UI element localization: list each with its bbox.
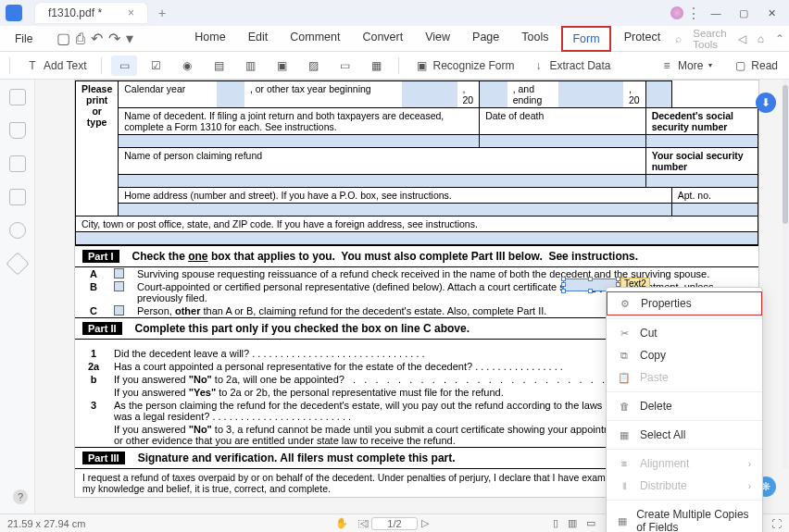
view-facing-icon[interactable]: ▭ [586,517,595,529]
chevron-right-icon: › [748,459,751,469]
scrollbar-thumb[interactable] [783,85,788,224]
radio-tool[interactable]: ◉ [174,56,200,76]
checkbox-b[interactable] [114,281,124,291]
cm-copy[interactable]: ⧉Copy [607,344,762,366]
prev-page-icon[interactable]: ◁ [360,517,368,529]
fit-page-icon[interactable]: ⛶ [771,518,782,529]
close-button[interactable]: ✕ [759,4,783,22]
button-icon: ▣ [274,58,289,73]
comments-icon[interactable] [9,189,26,205]
combo-tool[interactable]: ▤ [206,56,232,76]
cm-properties[interactable]: ⚙Properties [607,291,762,315]
signature-icon: ▭ [337,58,352,73]
more-button[interactable]: ≡More▾ [654,56,718,76]
bookmarks-icon[interactable] [9,122,26,139]
cm-cut[interactable]: ✂Cut [607,322,762,344]
add-text-button[interactable]: TAdd Text [19,56,92,76]
recognize-form-button[interactable]: ▣Recognize Form [408,56,520,76]
download-button[interactable]: ⬇ [756,93,776,113]
menu-protect[interactable]: Protect [615,26,670,52]
signature-tool[interactable]: ▭ [332,56,357,76]
text-field-tool[interactable]: ▭ [111,56,137,76]
app-menu-icon[interactable]: ⋮ [687,6,700,19]
undo-icon[interactable]: ↶ [91,31,103,47]
cm-distribute: ⫴Distribute› [607,475,762,497]
tab-title: f1310.pdf * [48,6,102,19]
checkbox-a[interactable] [114,268,124,278]
search-panel-icon[interactable] [9,222,26,239]
next-page-icon[interactable]: ▷ [421,517,429,529]
search-tools-input[interactable]: Search Tools [693,28,726,50]
search-icon[interactable]: ⌕ [675,32,682,45]
hand-tool-icon[interactable]: ✋ [335,517,348,529]
document-tab[interactable]: f1310.pdf * × [35,3,147,23]
new-tab-button[interactable]: + [158,6,166,20]
menu-home[interactable]: Home [185,26,234,52]
thumbnails-icon[interactable] [9,89,26,105]
chevron-right-icon: › [748,481,751,491]
collapse-icon[interactable]: ⌃ [775,32,784,45]
menubar: File ▢ ⎙ ↶ ↷ ▾ Home Edit Comment Convert… [0,26,789,52]
grid-icon: ▦ [618,514,627,527]
image-tool[interactable]: ▨ [300,56,326,76]
maximize-button[interactable]: ▢ [732,4,756,22]
menu-view[interactable]: View [416,26,459,52]
layers-icon[interactable] [6,252,29,275]
date-icon: ▦ [369,58,383,73]
window-controls: ⋮ — ▢ ✕ [670,4,783,22]
home-icon[interactable]: ⌂ [758,32,764,45]
align-icon: ≡ [618,457,631,470]
distribute-icon: ⫴ [618,479,631,492]
redo-icon[interactable]: ↷ [108,31,120,47]
select-all-icon: ▦ [618,428,631,441]
side-label: Please print or type [76,81,119,217]
view-continuous-icon[interactable]: ▥ [568,517,577,529]
button-tool[interactable]: ▣ [269,56,294,76]
list-tool[interactable]: ▥ [237,56,263,76]
menu-form[interactable]: Form [561,26,610,52]
menu-comment[interactable]: Comment [281,26,349,52]
qat-dropdown-icon[interactable]: ▾ [126,31,133,47]
radio-icon: ◉ [180,58,194,73]
file-menu[interactable]: File [9,29,38,49]
checkbox-c[interactable] [114,305,124,315]
date-tool[interactable]: ▦ [363,56,389,76]
scissors-icon: ✂ [618,327,631,340]
left-panel [0,80,35,513]
page-input[interactable]: 1/2 [371,517,418,530]
print-icon[interactable]: ⎙ [76,31,85,47]
menu-tools[interactable]: Tools [512,26,557,52]
cm-create-multiple[interactable]: ▦Create Multiple Copies of Fields [607,503,762,532]
minimize-button[interactable]: — [704,4,728,22]
app-icon [6,5,22,21]
form-toolbar: TAdd Text ▭ ☑ ◉ ▤ ▥ ▣ ▨ ▭ ▦ ▣Recognize F… [0,52,789,80]
extract-data-button[interactable]: ↓Extract Data [526,56,617,76]
trash-icon: 🗑 [618,400,631,413]
form-header-table: Please print or type Calendar year , or … [75,80,758,245]
menu-convert[interactable]: Convert [353,26,412,52]
more-icon: ≡ [659,58,674,73]
checkbox-icon: ☑ [148,58,163,73]
cm-alignment: ≡Alignment› [607,452,762,475]
page-navigation: ◁ 1/2 ▷ [360,517,429,530]
coords-label: 21.59 x 27.94 cm [7,518,85,529]
cm-select-all[interactable]: ▦Select All [607,424,762,446]
checkbox-tool[interactable]: ☑ [143,56,169,76]
scrollbar[interactable] [783,80,788,468]
close-icon[interactable]: × [128,6,134,19]
titlebar: f1310.pdf * × + ⋮ — ▢ ✕ [0,0,789,26]
help-icon[interactable]: ? [13,489,28,504]
read-button[interactable]: ▢Read [727,56,783,76]
main-menu: Home Edit Comment Convert View Page Tool… [185,26,670,52]
menu-page[interactable]: Page [463,26,508,52]
send-icon[interactable]: ◁ [738,32,746,45]
user-avatar[interactable] [670,6,683,19]
part1-header: Part I Check the one box that applies to… [75,245,758,267]
view-single-icon[interactable]: ▯ [553,517,558,529]
menu-edit[interactable]: Edit [239,26,278,52]
attachments-icon[interactable] [9,155,26,172]
recognize-icon: ▣ [414,58,429,73]
save-icon[interactable]: ▢ [56,31,70,47]
cm-delete[interactable]: 🗑Delete [607,395,762,417]
paste-icon: 📋 [618,371,631,384]
